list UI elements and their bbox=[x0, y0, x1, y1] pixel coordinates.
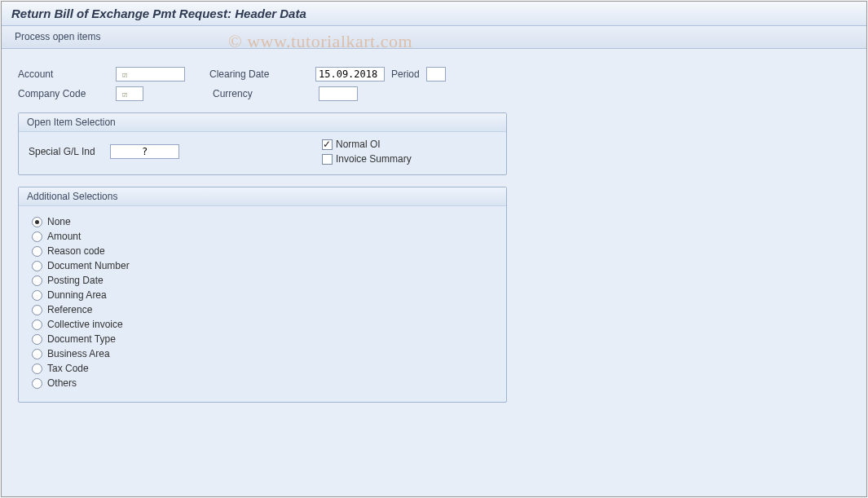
radio-option[interactable]: Dunning Area bbox=[32, 289, 493, 301]
radio-button-icon[interactable] bbox=[32, 290, 42, 301]
radio-option[interactable]: Collective invoice bbox=[32, 319, 493, 330]
currency-input[interactable] bbox=[319, 86, 358, 101]
toolbar: Process open items bbox=[2, 26, 866, 49]
content-area: Account ☑ Clearing Date Period Company C… bbox=[2, 49, 866, 412]
radio-option[interactable]: Document Number bbox=[32, 260, 493, 271]
invoice-summary-label: Invoice Summary bbox=[336, 153, 412, 165]
field-row-company: Company Code ☑ Currency bbox=[18, 86, 850, 101]
normal-oi-checkbox-line[interactable]: Normal OI bbox=[322, 139, 412, 150]
special-gl-input[interactable] bbox=[110, 144, 179, 159]
required-icon: ☑ bbox=[119, 87, 127, 102]
period-input[interactable] bbox=[426, 67, 446, 82]
radio-label: Document Type bbox=[47, 333, 116, 345]
radio-button-icon[interactable] bbox=[32, 275, 42, 286]
required-icon: ☑ bbox=[119, 68, 127, 82]
radio-label: Amount bbox=[47, 231, 81, 242]
process-open-items-link[interactable]: Process open items bbox=[15, 31, 100, 42]
radio-button-icon[interactable] bbox=[32, 305, 42, 315]
radio-option[interactable]: Document Type bbox=[32, 333, 493, 345]
radio-option[interactable]: Reference bbox=[32, 304, 493, 315]
radio-option[interactable]: Reason code bbox=[32, 245, 493, 257]
normal-oi-checkbox[interactable] bbox=[322, 139, 333, 150]
radio-label: Collective invoice bbox=[47, 319, 123, 330]
radio-label: Business Area bbox=[47, 348, 110, 359]
radio-label: Posting Date bbox=[47, 275, 104, 286]
radio-label: Document Number bbox=[47, 260, 130, 271]
radio-option[interactable]: Business Area bbox=[32, 348, 493, 359]
open-item-selection-title: Open Item Selection bbox=[19, 113, 506, 132]
radio-label: Reason code bbox=[47, 245, 105, 257]
account-input[interactable]: ☑ bbox=[116, 67, 185, 82]
page-title: Return Bill of Exchange Pmt Request: Hea… bbox=[2, 2, 866, 26]
radio-button-icon[interactable] bbox=[32, 334, 42, 345]
radio-label: Dunning Area bbox=[47, 289, 107, 301]
radio-option[interactable]: Amount bbox=[32, 231, 493, 242]
invoice-summary-checkbox[interactable] bbox=[322, 154, 333, 165]
radio-button-icon[interactable] bbox=[32, 217, 42, 227]
field-row-account: Account ☑ Clearing Date Period bbox=[18, 67, 850, 82]
radio-button-icon[interactable] bbox=[32, 231, 42, 242]
radio-label: Reference bbox=[47, 304, 92, 315]
currency-label: Currency bbox=[213, 88, 319, 99]
clearing-date-input[interactable] bbox=[315, 67, 385, 82]
period-label: Period bbox=[391, 68, 420, 80]
radio-label: None bbox=[47, 216, 71, 227]
radio-option[interactable]: Tax Code bbox=[32, 363, 493, 374]
radio-button-icon[interactable] bbox=[32, 378, 42, 389]
open-item-selection-group: Open Item Selection Special G/L Ind Norm… bbox=[18, 112, 507, 175]
account-label: Account bbox=[18, 68, 116, 80]
radio-button-icon[interactable] bbox=[32, 320, 42, 330]
invoice-summary-checkbox-line[interactable]: Invoice Summary bbox=[322, 153, 412, 165]
special-gl-label: Special G/L Ind bbox=[29, 146, 110, 157]
radio-button-icon[interactable] bbox=[32, 364, 42, 374]
additional-selections-title: Additional Selections bbox=[19, 187, 506, 206]
radio-option[interactable]: Posting Date bbox=[32, 275, 493, 286]
radio-button-icon[interactable] bbox=[32, 349, 42, 359]
open-item-row: Special G/L Ind Normal OI Invoice Summar… bbox=[29, 139, 496, 165]
radio-option[interactable]: None bbox=[32, 216, 493, 227]
radio-label: Others bbox=[47, 377, 77, 389]
additional-selections-group: Additional Selections NoneAmountReason c… bbox=[18, 187, 507, 403]
clearing-date-label: Clearing Date bbox=[209, 68, 315, 80]
app-window: Return Bill of Exchange Pmt Request: Hea… bbox=[1, 1, 867, 497]
normal-oi-label: Normal OI bbox=[336, 139, 381, 150]
additional-selections-list: NoneAmountReason codeDocument NumberPost… bbox=[29, 213, 496, 392]
radio-button-icon[interactable] bbox=[32, 261, 42, 271]
company-code-label: Company Code bbox=[18, 88, 116, 99]
radio-button-icon[interactable] bbox=[32, 246, 42, 257]
company-code-input[interactable]: ☑ bbox=[116, 86, 143, 101]
radio-option[interactable]: Others bbox=[32, 377, 493, 389]
radio-label: Tax Code bbox=[47, 363, 89, 374]
